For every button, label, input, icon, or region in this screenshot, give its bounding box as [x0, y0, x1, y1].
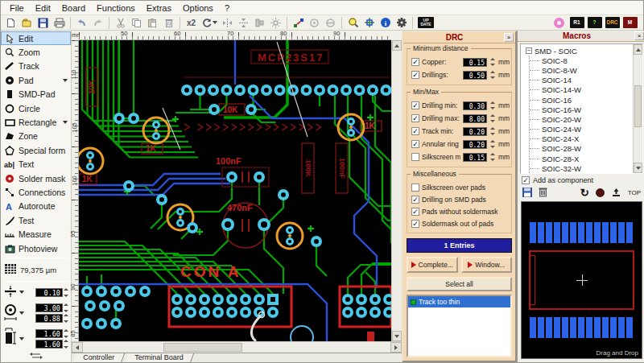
smd-height-spinner[interactable] [64, 340, 69, 349]
scroll-up-icon[interactable] [392, 40, 402, 51]
pad-outer-spinner[interactable] [64, 303, 69, 312]
scroll-up-icon[interactable] [634, 44, 642, 55]
value-field[interactable]: 0.50 [463, 71, 487, 80]
tool-solder-mask[interactable]: Solder mask [1, 171, 71, 185]
solder-stop-icon[interactable] [596, 188, 605, 197]
tree-root[interactable]: −SMD - SOIC [526, 46, 633, 56]
track-width-dropdown-icon[interactable] [19, 291, 24, 294]
brightness-icon[interactable] [268, 16, 283, 30]
pad-outer-value[interactable]: 3.00 [35, 303, 63, 312]
checkbox[interactable]: ✓ [411, 114, 419, 122]
checkbox[interactable]: ✓ [411, 208, 419, 216]
tool-smd-pad[interactable]: SMD-Pad [1, 88, 71, 101]
pad-drill-value[interactable]: 0.88 [35, 314, 63, 323]
menu-edit[interactable]: Edit [30, 2, 56, 14]
cut-icon[interactable] [113, 16, 128, 30]
rotate-dropdown-icon[interactable] [213, 21, 217, 24]
checkbox[interactable]: ✓ [411, 58, 419, 66]
refresh-icon[interactable]: ↻ [580, 188, 589, 198]
save-macro-icon[interactable] [522, 188, 532, 199]
menu-help[interactable]: ? [219, 2, 235, 14]
checkbox[interactable] [411, 184, 419, 192]
save-icon[interactable] [35, 16, 51, 30]
value-field[interactable]: 0.30 [463, 101, 487, 110]
spinner[interactable] [490, 58, 496, 66]
tab-controller[interactable]: Controller [73, 353, 125, 363]
drc-toggle-icon[interactable]: DRC [605, 16, 620, 30]
check-help-icon[interactable]: ? [587, 16, 602, 30]
checkbox[interactable]: ✓ [411, 101, 419, 109]
tree-item[interactable]: SOIC-32-W [530, 163, 633, 173]
connections-icon[interactable] [291, 16, 306, 30]
gear-icon[interactable] [394, 16, 409, 30]
tool-connections[interactable]: Connections [1, 185, 71, 199]
horizontal-scrollbar[interactable] [72, 341, 402, 353]
tree-scrollbar[interactable] [633, 44, 642, 173]
select-all-button[interactable]: Select all [407, 277, 512, 291]
smd-width-value[interactable]: 1.60 [35, 329, 63, 338]
tree-item[interactable]: SOIC-24-X [530, 134, 633, 144]
ratsnest-icon[interactable] [307, 16, 322, 30]
swap-dimensions-icon[interactable] [1, 352, 71, 360]
checkbox[interactable]: ✓ [411, 220, 419, 228]
pad-size-dropdown-icon[interactable] [19, 311, 24, 315]
tree-item[interactable]: SOIC-20-W [530, 114, 633, 124]
tool-edit[interactable]: Edit [1, 31, 71, 45]
checkbox[interactable]: ✓ [411, 196, 419, 204]
snap-icon[interactable] [361, 16, 377, 30]
close-icon[interactable]: × [504, 33, 514, 42]
copy-icon[interactable] [129, 16, 144, 30]
pcb-canvas[interactable]: MCP23S17 100nF 470nF CON A 1K 1K 1K 10K … [79, 40, 391, 344]
tool-pad[interactable]: Pad [1, 73, 71, 87]
duplicate-icon[interactable]: x2 [184, 16, 199, 30]
print-icon[interactable] [52, 16, 67, 30]
tool-zoom[interactable]: Zoom [1, 45, 71, 59]
close-icon[interactable]: × [634, 31, 644, 40]
value-field[interactable]: 0.20 [463, 127, 487, 136]
undo-icon[interactable] [74, 16, 89, 30]
grid-setting[interactable]: 79,375 µm [1, 261, 71, 278]
scroll-down-icon[interactable] [634, 163, 642, 173]
spinner[interactable] [490, 140, 496, 148]
scroll-right-icon[interactable] [390, 342, 402, 353]
checkbox[interactable]: ✓ [411, 71, 419, 79]
tool-text[interactable]: ab|Text [1, 158, 71, 171]
spinner[interactable] [490, 127, 496, 135]
scrollbar-thumb[interactable] [634, 85, 642, 127]
menu-extras[interactable]: Extras [141, 2, 177, 14]
value-field[interactable]: 0.15 [463, 153, 487, 162]
delete-macro-icon[interactable] [539, 187, 547, 199]
scrollbar-thumb[interactable] [163, 343, 242, 352]
tool-special-form[interactable]: Special form [1, 143, 71, 157]
tree-item[interactable]: SOIC-14-W [530, 85, 633, 95]
macro-library-icon[interactable]: M [622, 16, 638, 30]
delete-icon[interactable] [161, 16, 176, 30]
spinner[interactable] [490, 153, 496, 161]
collapse-icon[interactable]: − [526, 47, 532, 54]
redo-icon[interactable] [90, 16, 105, 30]
tool-track[interactable]: Track [1, 60, 71, 73]
value-field[interactable]: 8.00 [463, 114, 487, 123]
rotate-icon[interactable] [200, 16, 219, 30]
spinner[interactable] [490, 101, 496, 109]
mirror-vertical-icon[interactable] [236, 16, 251, 30]
checkbox[interactable]: ✓ [411, 127, 419, 135]
tool-zone[interactable]: Zone [1, 130, 71, 143]
top-layer-icon[interactable] [611, 188, 621, 199]
tool-measure[interactable]: Measure [1, 227, 71, 241]
tab-terminal-board[interactable]: Terminal Board [125, 353, 194, 363]
zoom-all-icon[interactable] [345, 16, 361, 30]
tool-photoview[interactable]: Photoview [1, 241, 71, 255]
tree-item[interactable]: SOIC-8-W [530, 65, 633, 75]
scroll-down-icon[interactable] [392, 331, 402, 341]
rectangle-dropdown-icon[interactable] [63, 121, 68, 124]
tool-test[interactable]: Test [1, 213, 71, 227]
tree-item[interactable]: SOIC-16-W [530, 105, 633, 114]
r1-mode-icon[interactable]: R1 [569, 16, 584, 30]
window-button[interactable]: Window... [461, 257, 513, 273]
info-icon[interactable]: i [378, 16, 393, 30]
drc-results-list[interactable]: Track too thin [407, 295, 512, 357]
menu-board[interactable]: Board [56, 2, 91, 14]
update-icon[interactable]: UP DATE [416, 16, 436, 30]
complete-button[interactable]: Complete... [407, 257, 458, 273]
